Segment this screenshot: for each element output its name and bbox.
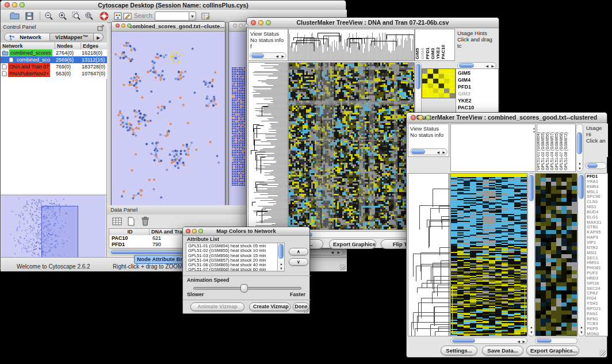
help-lifebuoy-icon[interactable] bbox=[100, 12, 109, 23]
network-row-combined-sco-selected[interactable]: combined_sco 2569(6) 13112(15) bbox=[1, 56, 107, 63]
col-header-edges[interactable]: Edges bbox=[81, 43, 107, 49]
scroll-left-arrow[interactable]: ◀ bbox=[437, 151, 439, 154]
zoom-button[interactable] bbox=[127, 24, 131, 28]
zoom-out-icon[interactable] bbox=[44, 12, 53, 23]
scroll-up-arrow[interactable]: ▲ bbox=[580, 325, 583, 329]
tv1-row-dendrogram[interactable] bbox=[248, 62, 288, 230]
scrollbar-thumb[interactable] bbox=[278, 244, 284, 259]
scroll-right-arrow[interactable]: ▶ bbox=[522, 340, 525, 343]
network-overview-panel[interactable] bbox=[1, 195, 106, 258]
tv2-usage-scrollbar[interactable] bbox=[586, 162, 607, 169]
id-column-header[interactable]: ID bbox=[109, 229, 150, 235]
network-canvas-1[interactable] bbox=[112, 32, 224, 205]
minimize-button[interactable] bbox=[192, 229, 197, 233]
resize-grip[interactable] bbox=[303, 306, 309, 313]
tv2-global-heatmap[interactable] bbox=[450, 173, 527, 336]
tv2-status-scrollbar[interactable]: ◀ ▶ bbox=[410, 148, 447, 155]
scroll-down-arrow[interactable]: ▼ bbox=[578, 167, 582, 170]
scrollbar-thumb[interactable] bbox=[587, 163, 598, 168]
close-button[interactable] bbox=[251, 20, 256, 25]
close-button[interactable] bbox=[411, 115, 416, 120]
zoom-button[interactable] bbox=[426, 115, 431, 120]
gene-label[interactable]: GIM4 bbox=[458, 76, 496, 83]
zoom-button[interactable] bbox=[20, 2, 25, 7]
scroll-left-arrow[interactable]: ◀ bbox=[485, 64, 488, 68]
scrollbar-thumb[interactable] bbox=[452, 339, 475, 343]
tv2-save-data-button[interactable]: Save Data... bbox=[482, 346, 523, 355]
scroll-up-arrow[interactable]: ▲ bbox=[280, 262, 283, 266]
treeview1-title-bar[interactable]: ClusterMaker TreeView : DNA and Tran 07-… bbox=[247, 18, 499, 28]
scrollbar-thumb[interactable] bbox=[579, 175, 584, 199]
scrollbar-thumb[interactable] bbox=[529, 175, 534, 201]
tv1-column-dendrogram-canvas[interactable] bbox=[289, 29, 414, 61]
close-button[interactable] bbox=[5, 2, 10, 7]
tv2-zoom-heatmap[interactable] bbox=[535, 173, 577, 336]
scroll-right-arrow[interactable]: ▶ bbox=[281, 55, 284, 58]
gene-label[interactable]: PFD1 bbox=[458, 83, 496, 90]
zoom-selected-icon[interactable] bbox=[72, 12, 81, 23]
main-title-bar[interactable]: Cytoscape Desktop (Session Name: collins… bbox=[1, 1, 346, 10]
tv1-column-dendrogram[interactable] bbox=[288, 29, 415, 61]
scrollbar-thumb[interactable] bbox=[459, 63, 474, 68]
table-icon[interactable] bbox=[112, 216, 123, 229]
close-button[interactable] bbox=[186, 229, 190, 233]
network-row-combined-scores[interactable]: combined_scores 2764(0) 16218(0) bbox=[1, 49, 107, 56]
tv1-zoom-heatmap[interactable] bbox=[422, 68, 456, 98]
tab-network[interactable]: Network bbox=[4, 33, 50, 41]
scroll-down-arrow[interactable]: ▼ bbox=[580, 331, 583, 334]
tv1-global-heatmap[interactable] bbox=[288, 62, 415, 230]
zoom-button[interactable] bbox=[198, 229, 203, 233]
minimize-button[interactable] bbox=[121, 24, 125, 28]
attribute-list-vscrollbar[interactable]: ▲ ▼ bbox=[277, 243, 284, 271]
resize-grip[interactable] bbox=[599, 350, 606, 356]
scroll-down-arrow[interactable]: ▼ bbox=[280, 267, 283, 270]
gene-label[interactable]: YKE2 bbox=[458, 97, 496, 104]
scroll-left-arrow[interactable]: ◀ bbox=[331, 251, 334, 254]
zoom-button[interactable] bbox=[244, 24, 248, 28]
tv2-column-dendrogram[interactable] bbox=[450, 124, 536, 172]
minimize-button[interactable] bbox=[12, 2, 17, 7]
scroll-up-arrow[interactable]: ▲ bbox=[578, 162, 582, 165]
tv1-status-scrollbar[interactable]: ◀ ▶ bbox=[250, 52, 286, 59]
tv2-settings-button[interactable]: Settings... bbox=[441, 346, 477, 355]
resize-grip[interactable] bbox=[339, 264, 346, 270]
scroll-right-arrow[interactable]: ▶ bbox=[491, 64, 494, 68]
tab-vizmapper[interactable]: VizMapper™ bbox=[50, 33, 94, 41]
tv2-row-dendrogram[interactable] bbox=[408, 173, 450, 336]
tv1-zoom-heatmap-canvas[interactable] bbox=[422, 69, 455, 98]
scrollbar-thumb[interactable] bbox=[251, 53, 264, 58]
network-window-title-bar[interactable]: combined_scores_good.txt--cluste... bbox=[112, 22, 225, 32]
tab-overflow-button[interactable]: ▶ bbox=[94, 33, 104, 41]
network-row-rnapubernov2[interactable]: RNAPuberNov2+ 563(0) 107847(0) bbox=[1, 70, 107, 77]
col-header-network[interactable]: Network bbox=[1, 43, 55, 49]
tv2-export-graphics-button[interactable]: Export Graphics... bbox=[526, 346, 579, 355]
speed-slider-thumb[interactable] bbox=[240, 284, 248, 293]
tv2-zoom-heatmap-canvas[interactable] bbox=[536, 174, 577, 336]
tv2-row-dendrogram-canvas[interactable] bbox=[408, 174, 450, 336]
move-down-button[interactable]: ∨ bbox=[289, 258, 308, 266]
overview-viewport-rect[interactable] bbox=[41, 206, 78, 258]
gene-label[interactable]: MON2 bbox=[587, 332, 606, 336]
network-row-dna-and-tran[interactable]: DNA and Tran 07 769(0) 183728(0) bbox=[1, 63, 107, 70]
zoom-in-icon[interactable] bbox=[58, 12, 67, 23]
scroll-left-arrow[interactable]: ◀ bbox=[517, 340, 520, 343]
scroll-down-arrow[interactable]: ▼ bbox=[530, 331, 533, 334]
minimize-button[interactable] bbox=[258, 20, 263, 25]
tv2-global-heatmap-canvas[interactable] bbox=[451, 174, 527, 336]
dialog-title-bar[interactable]: Map Colors to Network bbox=[183, 227, 309, 236]
tv2-global-vscrollbar[interactable]: ▲ ▼ bbox=[527, 173, 535, 336]
save-icon[interactable] bbox=[25, 12, 34, 23]
close-button[interactable] bbox=[116, 24, 120, 28]
treeview2-title-bar[interactable]: ClusterMaker TreeView : combined_scores_… bbox=[407, 113, 607, 123]
trash-icon[interactable] bbox=[140, 216, 150, 229]
scroll-right-arrow[interactable]: ▶ bbox=[442, 151, 445, 154]
tiny-scroll-arrows[interactable]: ▲▼ bbox=[533, 127, 536, 133]
move-up-button[interactable]: ∧ bbox=[289, 248, 308, 255]
scrollbar-thumb[interactable] bbox=[577, 132, 582, 154]
tv1-heatmap-canvas[interactable] bbox=[289, 63, 414, 229]
scrollbar-thumb[interactable] bbox=[537, 339, 552, 343]
gene-label[interactable]: GIM5 bbox=[458, 70, 496, 76]
tv2-zoom-hscrollbar[interactable] bbox=[535, 338, 577, 344]
scroll-up-arrow[interactable]: ▲ bbox=[530, 325, 533, 329]
gene-label[interactable]: GIM3 bbox=[458, 90, 496, 97]
